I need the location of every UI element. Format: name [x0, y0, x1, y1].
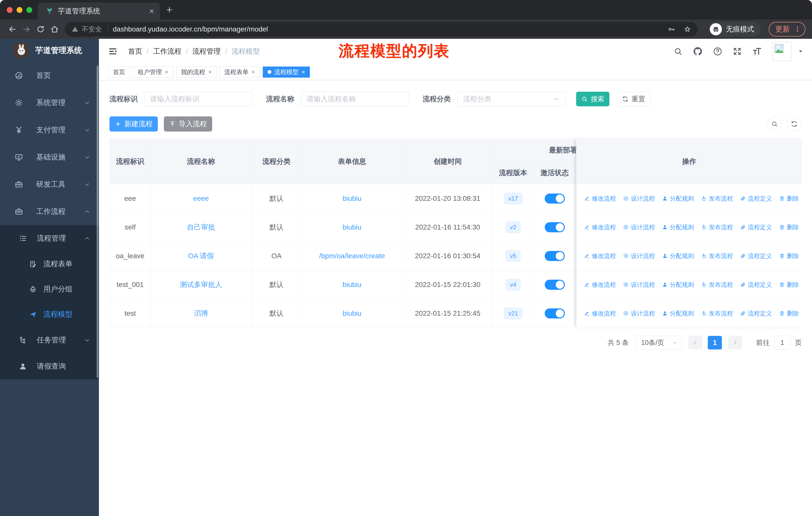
prev-page-button[interactable]	[688, 336, 702, 350]
search-button[interactable]: 搜索	[576, 92, 609, 106]
action-publish-link[interactable]: 发布流程	[701, 309, 733, 318]
action-delete-link[interactable]: 删除	[779, 223, 799, 231]
close-window-button[interactable]	[7, 7, 12, 13]
active-toggle[interactable]	[545, 251, 565, 261]
security-label[interactable]: 不安全	[82, 25, 102, 34]
browser-update-button[interactable]: 更新	[769, 22, 806, 36]
new-tab-button[interactable]	[165, 5, 174, 14]
active-toggle[interactable]	[545, 308, 565, 319]
create-process-button[interactable]: 新建流程	[110, 116, 158, 132]
action-edit-link[interactable]: 修改流程	[584, 309, 616, 318]
sidebar-item-payment[interactable]: 支付管理	[0, 116, 99, 144]
tab-process-form[interactable]: 流程表单×	[220, 66, 260, 78]
form-info-link[interactable]: biubiu	[343, 223, 361, 231]
next-page-button[interactable]	[728, 336, 742, 350]
sidebar-collapse-icon[interactable]	[108, 47, 118, 56]
address-bar[interactable]: 不安全 dashboard.yudao.iocoder.cn/bpm/manag…	[65, 22, 698, 36]
action-edit-link[interactable]: 修改流程	[584, 223, 616, 231]
avatar[interactable]	[772, 42, 791, 61]
security-warning-icon[interactable]	[71, 26, 79, 33]
help-icon[interactable]	[713, 47, 722, 56]
action-design-link[interactable]: 设计流程	[623, 281, 655, 289]
maximize-window-button[interactable]	[26, 7, 32, 13]
action-publish-link[interactable]: 发布流程	[701, 194, 733, 202]
active-toggle[interactable]	[545, 280, 565, 290]
page-size-select[interactable]: 10条/页	[635, 336, 682, 350]
version-tag[interactable]: v4	[506, 279, 521, 291]
action-assign-link[interactable]: 分配规则	[662, 309, 694, 318]
tab-my-process[interactable]: 我的流程×	[176, 66, 216, 78]
form-info-link[interactable]: biubiu	[343, 194, 361, 202]
process-name-link[interactable]: 自己审批	[187, 222, 215, 232]
sidebar-item-leave-query[interactable]: 请假查询	[0, 353, 99, 379]
goto-page-input[interactable]: 1	[774, 336, 790, 350]
action-design-link[interactable]: 设计流程	[623, 252, 655, 260]
sidebar-item-task-mgmt[interactable]: 任务管理	[0, 327, 99, 353]
sidebar-item-system[interactable]: 系统管理	[0, 89, 99, 116]
url-text[interactable]: dashboard.yudao.iocoder.cn/bpm/manager/m…	[113, 25, 663, 33]
action-edit-link[interactable]: 修改流程	[584, 194, 616, 202]
action-publish-link[interactable]: 发布流程	[701, 223, 733, 231]
action-delete-link[interactable]: 删除	[779, 281, 799, 289]
sidebar-item-process-model[interactable]: 流程模型	[0, 302, 99, 327]
refresh-table-button[interactable]	[787, 117, 802, 131]
close-icon[interactable]: ×	[165, 69, 168, 76]
action-delete-link[interactable]: 删除	[779, 309, 799, 318]
sidebar-item-infra[interactable]: 基础设施	[0, 144, 99, 171]
active-toggle[interactable]	[545, 222, 565, 232]
page-number-1[interactable]: 1	[708, 336, 722, 350]
action-definition-link[interactable]: 流程定义	[740, 252, 772, 260]
github-icon[interactable]	[693, 46, 703, 56]
header-search-icon[interactable]	[673, 47, 683, 56]
action-definition-link[interactable]: 流程定义	[740, 223, 772, 231]
close-icon[interactable]: ×	[208, 69, 212, 76]
filter-category-select[interactable]: 流程分类	[457, 92, 566, 106]
reset-button[interactable]: 重置	[617, 92, 650, 106]
passwords-key-icon[interactable]	[668, 25, 675, 33]
close-icon[interactable]: ×	[252, 69, 255, 76]
process-name-link[interactable]: OA 请假	[188, 251, 214, 261]
sidebar-item-devtools[interactable]: 研发工具	[0, 171, 99, 198]
tab-close-icon[interactable]: ×	[149, 7, 154, 15]
action-assign-link[interactable]: 分配规则	[662, 252, 694, 260]
action-assign-link[interactable]: 分配规则	[662, 194, 694, 202]
chevron-down-icon[interactable]	[798, 49, 804, 54]
action-delete-link[interactable]: 删除	[779, 194, 799, 202]
version-tag[interactable]: v2	[506, 221, 521, 233]
action-definition-link[interactable]: 流程定义	[740, 309, 772, 318]
fullscreen-icon[interactable]	[732, 47, 742, 56]
sidebar-item-workflow[interactable]: 工作流程	[0, 198, 99, 225]
filter-key-input[interactable]: 请输入流程标识	[144, 92, 253, 106]
sidebar-item-process-mgmt[interactable]: 流程管理	[0, 225, 99, 251]
version-tag[interactable]: v5	[506, 250, 521, 262]
action-edit-link[interactable]: 修改流程	[584, 252, 616, 260]
toggle-search-button[interactable]	[767, 117, 782, 131]
form-info-link[interactable]: biubiu	[343, 281, 361, 289]
action-delete-link[interactable]: 删除	[779, 252, 799, 260]
breadcrumb-process-mgmt[interactable]: 流程管理	[193, 47, 221, 56]
reload-button[interactable]	[35, 23, 46, 35]
action-edit-link[interactable]: 修改流程	[584, 281, 616, 289]
close-icon[interactable]: ×	[301, 69, 305, 76]
process-name-link[interactable]: 测试多审批人	[180, 280, 222, 290]
action-publish-link[interactable]: 发布流程	[701, 252, 733, 260]
action-design-link[interactable]: 设计流程	[623, 223, 655, 231]
sidebar-item-process-form[interactable]: 流程表单	[0, 251, 99, 277]
active-toggle[interactable]	[545, 193, 565, 203]
browser-tab[interactable]: 芋道管理系统 ×	[38, 2, 160, 20]
action-definition-link[interactable]: 流程定义	[740, 281, 772, 289]
action-assign-link[interactable]: 分配规则	[662, 223, 694, 231]
process-name-link[interactable]: eeee	[193, 194, 209, 202]
sidebar-item-home[interactable]: 首页	[0, 62, 99, 89]
minimize-window-button[interactable]	[17, 7, 22, 13]
tab-process-model[interactable]: 流程模型×	[263, 66, 310, 78]
sidebar-scrollbar[interactable]	[97, 65, 98, 378]
tab-tenant[interactable]: 租户管理×	[133, 66, 173, 78]
form-info-link[interactable]: /bpm/oa/leave/create	[319, 252, 385, 260]
back-button[interactable]	[6, 23, 18, 35]
filter-name-input[interactable]: 请输入流程名称	[301, 92, 409, 106]
tab-home[interactable]: 首页	[108, 66, 130, 78]
action-design-link[interactable]: 设计流程	[623, 194, 655, 202]
process-name-link[interactable]: 滔博	[194, 309, 208, 318]
sidebar-item-user-group[interactable]: 用户分组	[0, 277, 99, 302]
